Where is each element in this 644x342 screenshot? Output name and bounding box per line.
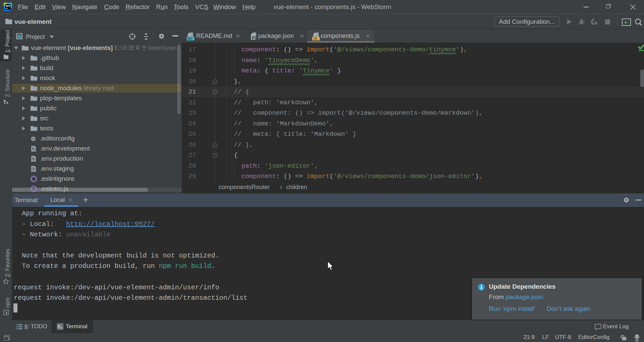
svg-text:MD: MD: [187, 37, 193, 41]
svg-text:}: }: [254, 36, 257, 40]
svg-text:JS: JS: [313, 37, 318, 41]
